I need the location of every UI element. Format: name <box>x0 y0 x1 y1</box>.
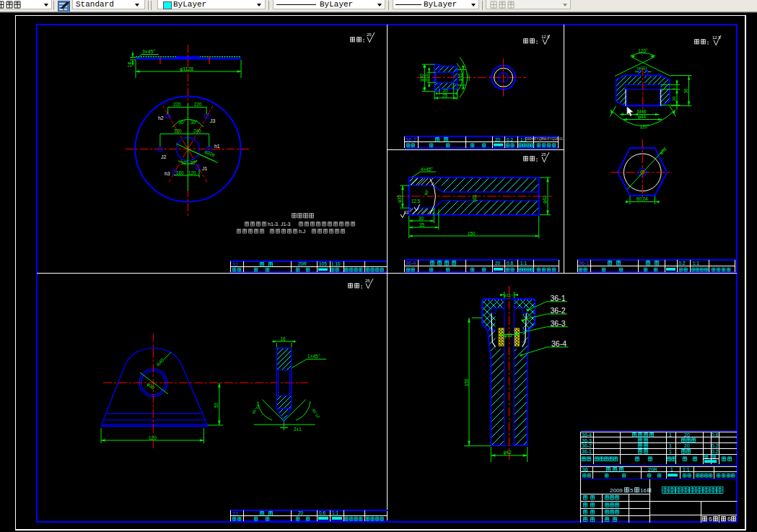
svg-text:36-2: 36-2 <box>551 306 566 315</box>
svg-text:12.5: 12.5 <box>712 35 721 40</box>
svg-text:16: 16 <box>640 487 647 494</box>
svg-text:36-2: 36-2 <box>406 136 418 143</box>
svg-text:1:1: 1:1 <box>683 467 690 472</box>
svg-text:150: 150 <box>464 378 469 386</box>
svg-text:0.6: 0.6 <box>319 510 325 515</box>
svg-text:h2: h2 <box>158 115 164 121</box>
svg-text:M48: M48 <box>637 109 647 114</box>
svg-text:36-1: 36-1 <box>551 294 566 302</box>
svg-text:0.6: 0.6 <box>712 432 719 437</box>
svg-text:0.2: 0.2 <box>712 443 719 448</box>
svg-text:32: 32 <box>232 262 238 267</box>
svg-text:φ42: φ42 <box>504 450 512 455</box>
svg-text:J1: J1 <box>202 166 207 171</box>
svg-text:25: 25 <box>541 152 546 157</box>
svg-text:0.2: 0.2 <box>712 449 719 454</box>
svg-text:45°±2: 45°±2 <box>311 408 320 419</box>
svg-text:30°: 30° <box>181 160 188 165</box>
svg-text:6: 6 <box>709 515 712 523</box>
svg-text:36-4: 36-4 <box>406 260 416 266</box>
svg-text:φ11: φ11 <box>424 74 429 82</box>
svg-text:φ15: φ15 <box>504 333 513 339</box>
svg-text:12.5: 12.5 <box>411 199 421 204</box>
svg-text:20: 20 <box>495 137 501 142</box>
svg-text:36-4: 36-4 <box>551 339 566 348</box>
svg-text:1: 1 <box>670 467 673 472</box>
svg-text:35: 35 <box>419 222 425 227</box>
svg-text:33: 33 <box>232 511 238 516</box>
svg-text:1:1: 1:1 <box>520 261 527 266</box>
svg-text:20: 20 <box>684 443 690 448</box>
svg-text:25: 25 <box>367 32 372 37</box>
svg-text:h.J: h.J <box>299 229 305 234</box>
svg-text:h1-3. J1-3: h1-3. J1-3 <box>268 222 291 227</box>
svg-text:20R: 20R <box>648 467 657 472</box>
svg-text:30°: 30° <box>191 160 198 165</box>
svg-text:D934-FYQBW-FYQ16-01: D934-FYQBW-FYQ16-01 <box>525 137 563 141</box>
svg-text:45°±2: 45°±2 <box>251 404 261 414</box>
svg-text:5: 5 <box>630 487 634 494</box>
svg-text:5: 5 <box>672 87 676 90</box>
svg-text:φ1128: φ1128 <box>180 66 193 72</box>
svg-text:25: 25 <box>442 93 448 98</box>
svg-text:φ35: φ35 <box>397 194 403 203</box>
svg-text:36: 36 <box>683 88 688 94</box>
svg-text:30°: 30° <box>191 120 198 125</box>
svg-text:φ11: φ11 <box>504 293 512 297</box>
svg-text:J2: J2 <box>161 154 166 160</box>
svg-text:0.2: 0.2 <box>679 261 686 266</box>
svg-text:36-2: 36-2 <box>582 443 592 448</box>
svg-text:2009: 2009 <box>610 487 623 494</box>
svg-text:50: 50 <box>214 402 219 408</box>
svg-text:120°: 120° <box>639 48 649 53</box>
svg-text:240: 240 <box>193 128 201 134</box>
svg-text:1: 1 <box>669 432 672 437</box>
svg-text:R40: R40 <box>155 357 165 367</box>
svg-text:1: 1 <box>669 443 672 448</box>
svg-text:φ44: φ44 <box>638 114 647 120</box>
svg-text:1:1: 1:1 <box>332 510 338 515</box>
svg-text:120: 120 <box>188 170 196 175</box>
svg-text:36-1: 36-1 <box>582 449 592 454</box>
svg-text:φ11: φ11 <box>472 194 478 202</box>
svg-text:0.2: 0.2 <box>507 137 513 142</box>
svg-text:C2: C2 <box>404 210 409 214</box>
svg-text:3×45°: 3×45° <box>142 49 155 54</box>
svg-text:60.04: 60.04 <box>636 196 648 201</box>
svg-text:2±1: 2±1 <box>294 427 302 432</box>
svg-text:φ15: φ15 <box>458 73 463 82</box>
svg-text:16: 16 <box>281 336 286 341</box>
svg-text:320: 320 <box>174 128 182 134</box>
svg-text:h1: h1 <box>214 144 220 149</box>
svg-text:150: 150 <box>468 231 476 236</box>
svg-text:120°: 120° <box>640 124 650 129</box>
svg-text:14: 14 <box>127 62 132 68</box>
svg-text:25: 25 <box>365 279 370 283</box>
svg-text:12.5: 12.5 <box>541 35 550 39</box>
svg-text:20R: 20R <box>298 261 307 266</box>
svg-text:1: 1 <box>669 449 672 454</box>
svg-text:h3: h3 <box>165 171 170 176</box>
svg-text:φ42: φ42 <box>542 195 548 204</box>
svg-text:(φ11): (φ11) <box>637 66 647 70</box>
svg-text:1:1: 1:1 <box>693 261 699 266</box>
svg-text:105: 105 <box>319 261 327 266</box>
svg-text:36-3: 36-3 <box>551 319 566 328</box>
svg-text:220: 220 <box>173 102 181 107</box>
svg-text:1:10: 1:10 <box>331 261 341 266</box>
svg-text:120: 120 <box>149 435 157 440</box>
svg-text:36-3: 36-3 <box>582 438 592 443</box>
svg-text:20: 20 <box>672 97 676 101</box>
svg-text:36-4: 36-4 <box>582 432 592 437</box>
svg-text:36-1: 36-1 <box>579 260 590 266</box>
svg-text:20: 20 <box>495 261 501 266</box>
svg-text:0.8: 0.8 <box>507 261 513 266</box>
svg-text:36: 36 <box>582 466 588 473</box>
svg-text:1×45°: 1×45° <box>307 354 320 359</box>
svg-text:20: 20 <box>298 510 304 515</box>
svg-text:30°: 30° <box>179 120 186 125</box>
svg-text:4×45°: 4×45° <box>421 167 433 172</box>
svg-text:220: 220 <box>194 102 202 107</box>
svg-text:120°: 120° <box>466 73 471 81</box>
svg-text:J3: J3 <box>210 118 215 123</box>
